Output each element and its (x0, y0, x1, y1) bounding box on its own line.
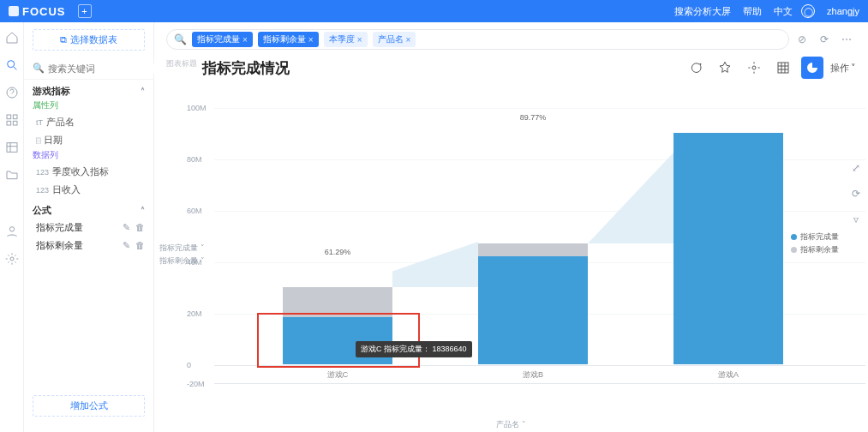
close-icon[interactable]: × (308, 35, 314, 45)
bar-group[interactable]: 89.77% 游戏B (478, 243, 588, 364)
brand-icon (9, 6, 19, 16)
close-icon[interactable]: × (406, 35, 411, 45)
search-icon: 🔍 (174, 33, 187, 45)
formula-item[interactable]: 指标完成量 ✎🗑 (24, 219, 153, 237)
user-name[interactable]: zhangjy (827, 6, 859, 16)
y-tick: 100M (187, 104, 207, 112)
settings-icon[interactable] (743, 57, 765, 79)
metric-item[interactable]: 123 日收入 (24, 181, 153, 199)
y-tick: 0 (187, 361, 191, 369)
delete-icon[interactable]: 🗑 (135, 240, 145, 251)
formula-section-label: 公式 (33, 204, 51, 217)
connector (588, 153, 673, 243)
bar-done (478, 256, 588, 364)
bar-remain (478, 243, 588, 256)
x-category: 游戏B (478, 369, 588, 381)
bar-done (673, 133, 783, 364)
choose-table-button[interactable]: ⧉ 选择数据表 (33, 29, 145, 51)
metric-item[interactable]: 123 季度收入指标 (24, 163, 153, 181)
query-pill[interactable]: 指标剩余量× (258, 32, 319, 47)
y-tick: 40M (187, 258, 202, 267)
nav-rail (0, 22, 24, 432)
table-icon[interactable] (5, 141, 19, 154)
edit-icon[interactable]: ✎ (123, 240, 130, 251)
search-icon: 🔍 (33, 63, 45, 74)
search-icon[interactable] (5, 58, 19, 72)
brand-text: FOCUS (22, 5, 66, 18)
main-area: 🔍 指标完成量× 指标剩余量× 本季度× 产品名× ⊘ ⟳ ⋯ 图表标题 指标完… (154, 22, 868, 432)
more-icon[interactable]: ⋯ (837, 30, 856, 49)
hover-tooltip: 游戏C 指标完成量： 18386640 (356, 341, 472, 357)
reload-icon[interactable]: ⟳ (849, 187, 863, 201)
panel-search[interactable]: 🔍 (24, 57, 153, 80)
svg-rect-3 (13, 115, 17, 119)
formula-section-header[interactable]: 公式 ˄ (24, 199, 153, 219)
formula-item[interactable]: 指标剩余量 ✎🗑 (24, 237, 153, 255)
svg-rect-4 (7, 121, 11, 125)
help-link[interactable]: 帮助 (743, 5, 762, 18)
plot-area: 100M 80M 60M 40M 20M 0 -20M 61.29% 游戏C (214, 108, 865, 384)
connector (392, 242, 478, 287)
formula-name: 指标完成量 (36, 221, 83, 234)
header-row: 图表标题 指标完成情况 操作˅ (154, 55, 868, 84)
brand: FOCUS (9, 5, 66, 18)
comment-icon[interactable] (685, 57, 707, 79)
formula-name: 指标剩余量 (36, 239, 83, 252)
folder-icon[interactable] (5, 168, 19, 182)
metric-label: 日收入 (52, 183, 81, 196)
user-icon[interactable] (5, 225, 19, 238)
grid-view-icon[interactable] (772, 57, 794, 79)
query-pill[interactable]: 产品名× (373, 32, 416, 47)
type-tag: tT (36, 118, 43, 127)
svg-point-8 (10, 257, 14, 261)
y-tick: -20M (187, 380, 205, 388)
attr-item[interactable]: tT 产品名 (24, 113, 153, 131)
chevron-up-icon: ˄ (141, 206, 145, 215)
new-tab-button[interactable]: + (78, 4, 92, 18)
y-tick: 80M (187, 155, 202, 164)
type-tag: ⌸ (36, 136, 40, 145)
attr-label: 产品名 (46, 116, 75, 129)
table-section-label: 游戏指标 (33, 85, 70, 98)
chart-canvas: 指标完成量 指标剩余量 100M 80M 60M 40M 20M 0 -20M (154, 84, 868, 432)
refresh-icon[interactable]: ⟳ (815, 30, 834, 49)
home-icon[interactable] (5, 31, 19, 45)
query-pill[interactable]: 指标完成量× (192, 32, 253, 47)
legend-item[interactable]: 指标剩余量 (791, 244, 839, 255)
side-panel: ⧉ 选择数据表 🔍 游戏指标 ˄ 属性列 tT 产品名 ⌸ 日期 数据列 123… (24, 22, 154, 432)
legend-swatch (791, 247, 797, 253)
delete-icon[interactable]: 🗑 (135, 222, 145, 233)
user-avatar-icon[interactable]: ◯ (801, 4, 815, 18)
global-search[interactable]: 搜索分析大屏 (674, 5, 731, 18)
svg-point-9 (752, 66, 756, 69)
clear-icon[interactable]: ⊘ (793, 30, 811, 49)
add-formula-button[interactable]: 增加公式 (33, 395, 145, 417)
lang-switch[interactable]: 中文 (774, 5, 793, 18)
breadcrumb: 图表标题 (166, 57, 197, 69)
chart-view-icon[interactable] (801, 57, 823, 79)
query-pill[interactable]: 本季度× (324, 32, 368, 47)
attr-item[interactable]: ⌸ 日期 (24, 131, 153, 149)
panel-search-input[interactable] (48, 63, 166, 74)
filter-icon[interactable]: ▿ (849, 213, 863, 226)
table-section-header[interactable]: 游戏指标 ˄ (24, 80, 153, 99)
y-tick: 20M (187, 309, 202, 318)
chevron-down-icon: ˅ (851, 63, 856, 74)
question-icon[interactable] (5, 86, 19, 99)
close-icon[interactable]: × (242, 35, 248, 45)
query-input[interactable]: 🔍 指标完成量× 指标剩余量× 本季度× 产品名× (166, 29, 789, 50)
bar-group[interactable]: 100.44% 游戏A (673, 133, 783, 364)
gear-icon[interactable] (5, 252, 19, 266)
close-icon[interactable]: × (357, 35, 362, 45)
y-axis-1[interactable]: 指标完成量 (159, 243, 205, 254)
x-category: 游戏A (673, 369, 783, 381)
data-group-label: 数据列 (24, 149, 153, 163)
svg-rect-10 (778, 63, 788, 73)
legend-item[interactable]: 指标完成量 (791, 231, 839, 243)
pin-icon[interactable] (714, 57, 736, 79)
edit-icon[interactable]: ✎ (123, 222, 130, 233)
x-axis-selector[interactable]: 产品名 (496, 419, 526, 430)
expand-icon[interactable]: ⤢ (849, 161, 863, 175)
dashboard-icon[interactable] (5, 113, 19, 127)
operations-menu[interactable]: 操作˅ (830, 62, 856, 75)
